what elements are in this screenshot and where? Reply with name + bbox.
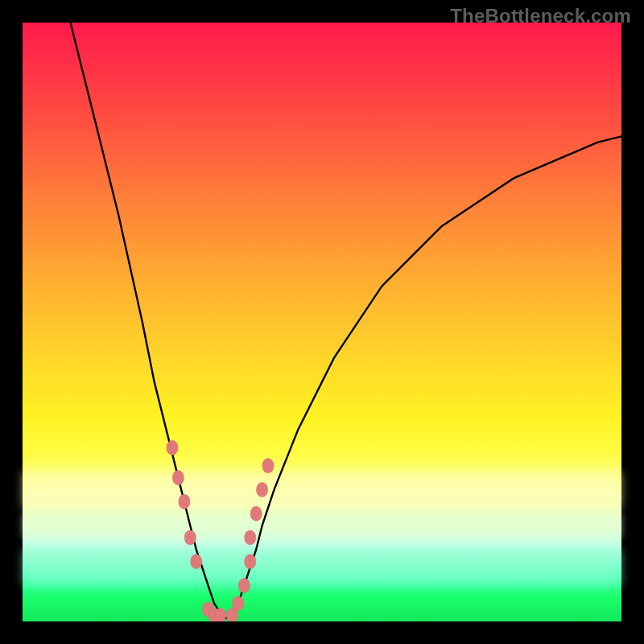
data-marker bbox=[250, 506, 262, 521]
data-marker bbox=[167, 440, 178, 455]
data-marker bbox=[191, 555, 202, 569]
markers-group bbox=[167, 440, 274, 621]
data-marker bbox=[245, 555, 256, 569]
curve-left bbox=[71, 23, 227, 618]
data-marker bbox=[238, 578, 250, 592]
data-marker bbox=[172, 470, 184, 485]
data-marker bbox=[179, 494, 190, 509]
data-marker bbox=[184, 530, 196, 545]
watermark-text: TheBottleneck.com bbox=[450, 5, 631, 27]
data-marker bbox=[262, 459, 274, 473]
data-marker bbox=[215, 609, 226, 621]
curve-right bbox=[226, 136, 621, 618]
data-marker bbox=[245, 530, 256, 545]
data-marker bbox=[257, 482, 268, 497]
chart-plot-area bbox=[23, 23, 621, 621]
data-marker bbox=[233, 597, 244, 611]
chart-svg bbox=[23, 23, 621, 621]
